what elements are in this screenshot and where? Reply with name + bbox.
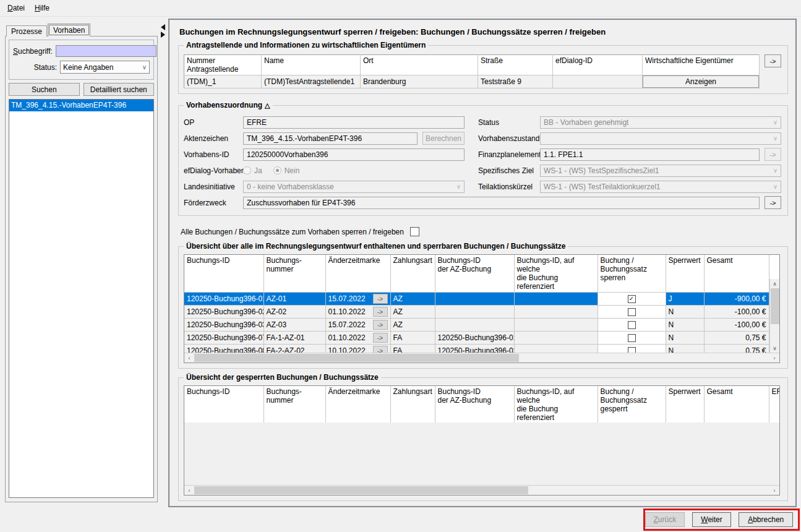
- detailliert-suchen-button[interactable]: Detailliert suchen: [84, 83, 155, 96]
- col-az-buchung: Buchungs-ID der AZ-Buchung: [435, 255, 514, 293]
- berechnen-button: Berechnen: [422, 132, 465, 145]
- chevron-down-icon: ∨: [773, 183, 777, 190]
- status-dropdown[interactable]: Keine Angaben ∨: [60, 61, 150, 74]
- list-item-selected[interactable]: TM_396_4.15.-VorhabenEP4T-396: [9, 100, 153, 111]
- applicants-table: Nummer Antragstellende Name Ort Straße e…: [184, 54, 760, 88]
- col-buchungsnummer: Buchungs- nummer: [263, 255, 325, 293]
- collapse-triangle-icon[interactable]: △: [265, 101, 270, 109]
- chevron-down-icon: ∨: [773, 119, 777, 126]
- panel-splitter[interactable]: [161, 24, 165, 38]
- col-buchungs-id: Buchungs-ID: [184, 255, 263, 293]
- scroll-down-icon[interactable]: ∨: [770, 343, 780, 353]
- spezifisches-ziel-dropdown: WS-1 - (WS) TestSpezifischesZiel1∨: [540, 165, 781, 177]
- date-arrow-button[interactable]: ->: [373, 307, 388, 317]
- vorhabens-id-label: Vorhabens-ID: [184, 150, 243, 159]
- result-list: TM_396_4.15.-VorhabenEP4T-396: [9, 99, 154, 498]
- col-sperrwert: Sperrwert: [666, 255, 704, 293]
- chevron-down-icon: ∨: [773, 167, 777, 174]
- date-arrow-button[interactable]: ->: [373, 333, 388, 343]
- suchen-button[interactable]: Suchen: [9, 83, 80, 96]
- status-field-label: Status: [478, 118, 540, 127]
- sperren-checkbox[interactable]: [628, 308, 636, 316]
- applicants-arrow-button[interactable]: ->: [765, 54, 781, 67]
- chevron-down-icon: ∨: [456, 183, 461, 190]
- applicant-row[interactable]: (TDM)_1 (TDM)TestAntragstellende1 Brande…: [184, 75, 760, 88]
- chevron-down-icon: ∨: [773, 135, 777, 142]
- op-field[interactable]: EFRE: [243, 116, 465, 129]
- col-zahlungsart: Zahlungsart: [390, 255, 435, 293]
- zurueck-button: Zurück: [645, 512, 685, 527]
- status-label: Status:: [13, 63, 60, 72]
- applicants-groupbox: Antragstellende und Informationen zu wir…: [178, 45, 788, 94]
- date-arrow-button[interactable]: ->: [373, 294, 388, 304]
- scroll-right-icon[interactable]: ›: [769, 486, 779, 495]
- booking-row[interactable]: 120250-Buchung396-02 AZ-02 01.10.2022-> …: [184, 306, 769, 319]
- bookings-table: Buchungs-ID Buchungs- nummer Änderzeitma…: [184, 255, 769, 363]
- lock-all-checkbox[interactable]: [410, 227, 419, 236]
- menu-datei[interactable]: Datei: [2, 1, 30, 15]
- applicants-title: Antragstellende und Informationen zu wir…: [186, 41, 426, 49]
- scroll-up-icon[interactable]: ∧: [770, 279, 780, 288]
- finanzplanelement-field[interactable]: 1.1. FPE1.1: [540, 148, 760, 161]
- col-sperren: Buchung / Buchungssatz sperren: [598, 255, 666, 293]
- sperren-checkbox[interactable]: ✓: [628, 295, 636, 303]
- radio-ja-circle: [243, 166, 251, 174]
- col-az-buchung: Buchungs-ID der AZ-Buchung: [435, 386, 514, 424]
- tab-prozesse[interactable]: Prozesse: [6, 25, 47, 36]
- sidebar-body: Suchbegriff: Status: Keine Angaben ∨ Suc…: [5, 36, 158, 502]
- date-arrow-button[interactable]: ->: [373, 320, 388, 330]
- teilaktionskuerzel-dropdown: WS-1 - (WS) TestTeilaktionkuerzel1∨: [540, 181, 781, 193]
- col-efdialog-id: efDialog-ID: [553, 55, 643, 75]
- tab-vorhaben[interactable]: Vorhaben: [48, 24, 90, 36]
- lock-all-label: Alle Buchungen / Buchungssätze zum Vorha…: [181, 228, 404, 236]
- booking-row[interactable]: 120250-Buchung396-07 FA-1-AZ-01 01.10.20…: [184, 332, 769, 345]
- scroll-left-icon[interactable]: ‹: [184, 486, 194, 495]
- vorhabens-id-field[interactable]: 120250000Vorhaben396: [243, 148, 465, 161]
- sperren-checkbox[interactable]: [628, 334, 636, 342]
- col-zahlungsart: Zahlungsart: [390, 386, 435, 424]
- collapse-left-icon[interactable]: [161, 24, 165, 30]
- landesinitiative-dropdown: 0 - keine Vorhabensklasse∨: [243, 181, 465, 193]
- col-referenziert: Buchungs-ID, auf welche die Buchung refe…: [514, 255, 598, 293]
- finanzplanelement-label: Finanzplanelement: [478, 150, 540, 159]
- col-gesperrt: Buchung / Buchungssatz gesperrt: [598, 386, 666, 424]
- op-label: OP: [184, 118, 243, 127]
- sperren-checkbox[interactable]: [628, 321, 636, 329]
- booking-row[interactable]: 120250-Buchung396-01 AZ-01 15.07.2022-> …: [184, 293, 769, 306]
- vertical-scroll-thumb[interactable]: [771, 288, 779, 324]
- locked-bookings-title: Übersicht der gesperrten Buchungen / Buc…: [186, 373, 379, 382]
- aktenzeichen-field[interactable]: TM_396_4.15.-VorhabenEP4T-396: [243, 132, 418, 145]
- spezifisches-ziel-label: Spezifisches Ziel: [478, 166, 540, 175]
- foerderzweck-field[interactable]: Zuschussvorhaben für EP4T-396: [243, 197, 760, 209]
- efdialog-radio-group: Ja Nein: [243, 166, 465, 175]
- booking-row[interactable]: 120250-Buchung396-03 AZ-03 15.07.2022-> …: [184, 319, 769, 332]
- menu-hilfe[interactable]: Hilfe: [30, 1, 54, 15]
- horizontal-scrollbar[interactable]: ‹ ›: [184, 353, 779, 363]
- finanzplanelement-arrow-button: ->: [765, 148, 781, 161]
- cell-ort: Brandenburg: [361, 75, 478, 88]
- landesinitiative-label: Landesinitiative: [184, 182, 243, 191]
- col-buchungs-id: Buchungs-ID: [184, 386, 263, 424]
- abbrechen-button[interactable]: Abbrechen: [739, 512, 793, 527]
- scroll-left-icon[interactable]: ‹: [184, 353, 194, 363]
- chevron-down-icon: ∨: [142, 64, 147, 71]
- foerderzweck-arrow-button[interactable]: ->: [765, 196, 781, 209]
- bookings-groupbox: Übersicht über alle im Rechnungslegungse…: [178, 246, 788, 369]
- col-aenderzeitmarke: Änderzeitmarke: [325, 255, 390, 293]
- cell-nummer: (TDM)_1: [184, 75, 262, 88]
- horizontal-scroll-thumb[interactable]: [194, 486, 528, 494]
- vertical-scrollbar[interactable]: ∧ ∨: [769, 279, 780, 353]
- col-name: Name: [262, 55, 361, 75]
- vorhabenszustand-label: Vorhabenszustand: [478, 134, 540, 143]
- locked-bookings-groupbox: Übersicht der gesperrten Buchungen / Buc…: [178, 377, 788, 501]
- horizontal-scroll-thumb[interactable]: [194, 354, 519, 362]
- search-input[interactable]: [56, 45, 156, 57]
- collapse-right-icon[interactable]: [161, 32, 165, 38]
- vorhaben-groupbox: Vorhabenszuordnung △ OP EFRE Status BB -…: [178, 105, 788, 216]
- horizontal-scrollbar[interactable]: ‹ ›: [184, 485, 779, 495]
- anzeigen-button[interactable]: Anzeigen: [643, 75, 759, 88]
- status-field-dropdown: BB - Vorhaben genehmigt∨: [540, 116, 781, 129]
- weiter-button[interactable]: Weiter: [692, 512, 732, 527]
- scroll-right-icon[interactable]: ›: [769, 353, 779, 363]
- cell-efdialog-id: [553, 75, 643, 88]
